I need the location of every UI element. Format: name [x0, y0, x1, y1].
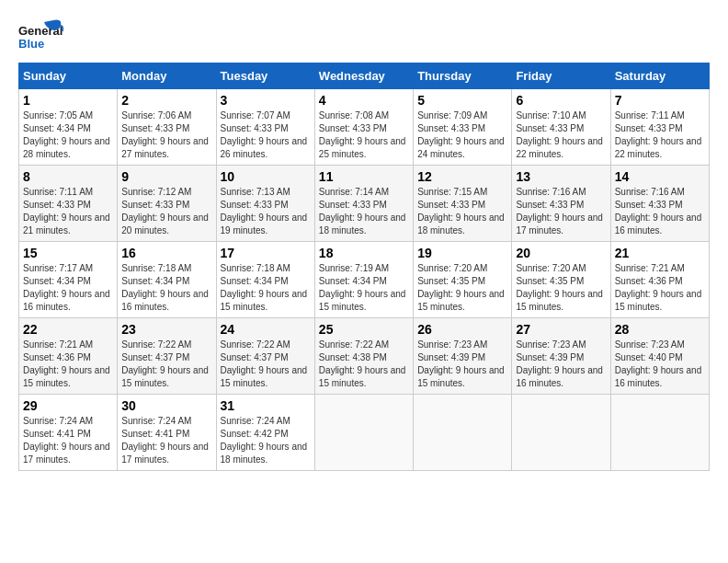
col-wednesday: Wednesday: [314, 63, 413, 89]
calendar-cell: 13 Sunrise: 7:16 AMSunset: 4:33 PMDaylig…: [512, 166, 610, 242]
calendar-cell: 4 Sunrise: 7:08 AMSunset: 4:33 PMDayligh…: [314, 89, 413, 166]
day-number: 8: [23, 169, 113, 184]
day-number: 17: [221, 246, 311, 260]
day-number: 25: [319, 322, 409, 337]
col-tuesday: Tuesday: [216, 63, 314, 89]
day-info: Sunrise: 7:09 AMSunset: 4:33 PMDaylight:…: [417, 109, 507, 161]
day-number: 4: [319, 93, 409, 108]
col-saturday: Saturday: [610, 63, 709, 89]
day-info: Sunrise: 7:23 AMSunset: 4:39 PMDaylight:…: [516, 339, 606, 390]
day-number: 2: [121, 93, 211, 108]
day-number: 26: [417, 322, 507, 337]
day-number: 24: [221, 322, 311, 337]
calendar-cell: [512, 395, 610, 471]
day-number: 10: [221, 169, 311, 184]
page-header: General Blue: [18, 18, 710, 53]
calendar-cell: 23 Sunrise: 7:22 AMSunset: 4:37 PMDaylig…: [118, 318, 216, 395]
day-info: Sunrise: 7:11 AMSunset: 4:33 PMDaylight:…: [615, 109, 705, 161]
day-info: Sunrise: 7:24 AMSunset: 4:41 PMDaylight:…: [121, 415, 211, 466]
calendar-cell: 24 Sunrise: 7:22 AMSunset: 4:37 PMDaylig…: [216, 318, 314, 395]
calendar-row-1: 1 Sunrise: 7:05 AMSunset: 4:34 PMDayligh…: [19, 89, 710, 166]
calendar-cell: [610, 395, 709, 471]
day-info: Sunrise: 7:23 AMSunset: 4:40 PMDaylight:…: [615, 339, 705, 390]
calendar-cell: 9 Sunrise: 7:12 AMSunset: 4:33 PMDayligh…: [118, 166, 216, 242]
day-info: Sunrise: 7:11 AMSunset: 4:33 PMDaylight:…: [23, 186, 113, 237]
calendar-cell: 14 Sunrise: 7:16 AMSunset: 4:33 PMDaylig…: [610, 166, 709, 242]
day-info: Sunrise: 7:22 AMSunset: 4:38 PMDaylight:…: [319, 339, 409, 390]
day-number: 20: [516, 246, 606, 260]
day-number: 9: [121, 169, 211, 184]
day-number: 15: [23, 246, 113, 260]
calendar-table: Sunday Monday Tuesday Wednesday Thursday…: [18, 63, 710, 471]
col-sunday: Sunday: [19, 63, 118, 89]
day-info: Sunrise: 7:15 AMSunset: 4:33 PMDaylight:…: [417, 186, 507, 237]
day-info: Sunrise: 7:08 AMSunset: 4:33 PMDaylight:…: [319, 109, 409, 161]
calendar-cell: 11 Sunrise: 7:14 AMSunset: 4:33 PMDaylig…: [314, 166, 413, 242]
day-info: Sunrise: 7:13 AMSunset: 4:33 PMDaylight:…: [221, 186, 311, 237]
calendar-cell: 20 Sunrise: 7:20 AMSunset: 4:35 PMDaylig…: [512, 242, 610, 318]
calendar-cell: [414, 395, 512, 471]
calendar-cell: 2 Sunrise: 7:06 AMSunset: 4:33 PMDayligh…: [118, 89, 216, 166]
day-info: Sunrise: 7:12 AMSunset: 4:33 PMDaylight:…: [121, 186, 211, 237]
day-number: 22: [23, 322, 113, 337]
day-info: Sunrise: 7:18 AMSunset: 4:34 PMDaylight:…: [221, 262, 311, 314]
day-number: 28: [615, 322, 705, 337]
calendar-row-2: 8 Sunrise: 7:11 AMSunset: 4:33 PMDayligh…: [19, 166, 710, 242]
day-info: Sunrise: 7:16 AMSunset: 4:33 PMDaylight:…: [516, 186, 606, 237]
calendar-cell: 18 Sunrise: 7:19 AMSunset: 4:34 PMDaylig…: [314, 242, 413, 318]
day-number: 30: [121, 398, 211, 413]
day-info: Sunrise: 7:10 AMSunset: 4:33 PMDaylight:…: [516, 109, 606, 161]
day-number: 31: [221, 398, 311, 413]
day-info: Sunrise: 7:14 AMSunset: 4:33 PMDaylight:…: [319, 186, 409, 237]
calendar-cell: [314, 395, 413, 471]
day-info: Sunrise: 7:05 AMSunset: 4:34 PMDaylight:…: [23, 109, 113, 161]
day-info: Sunrise: 7:20 AMSunset: 4:35 PMDaylight:…: [417, 262, 507, 314]
header-row: Sunday Monday Tuesday Wednesday Thursday…: [19, 63, 710, 89]
calendar-cell: 12 Sunrise: 7:15 AMSunset: 4:33 PMDaylig…: [414, 166, 512, 242]
calendar-row-3: 15 Sunrise: 7:17 AMSunset: 4:34 PMDaylig…: [19, 242, 710, 318]
day-info: Sunrise: 7:24 AMSunset: 4:41 PMDaylight:…: [23, 415, 113, 466]
day-number: 11: [319, 169, 409, 184]
calendar-cell: 27 Sunrise: 7:23 AMSunset: 4:39 PMDaylig…: [512, 318, 610, 395]
calendar-cell: 6 Sunrise: 7:10 AMSunset: 4:33 PMDayligh…: [512, 89, 610, 166]
calendar-cell: 5 Sunrise: 7:09 AMSunset: 4:33 PMDayligh…: [414, 89, 512, 166]
logo: General Blue: [18, 18, 64, 53]
day-info: Sunrise: 7:19 AMSunset: 4:34 PMDaylight:…: [319, 262, 409, 314]
calendar-cell: 8 Sunrise: 7:11 AMSunset: 4:33 PMDayligh…: [19, 166, 118, 242]
calendar-cell: 21 Sunrise: 7:21 AMSunset: 4:36 PMDaylig…: [610, 242, 709, 318]
day-info: Sunrise: 7:21 AMSunset: 4:36 PMDaylight:…: [23, 339, 113, 390]
day-number: 21: [615, 246, 705, 260]
day-number: 12: [417, 169, 507, 184]
day-info: Sunrise: 7:07 AMSunset: 4:33 PMDaylight:…: [221, 109, 311, 161]
calendar-cell: 29 Sunrise: 7:24 AMSunset: 4:41 PMDaylig…: [19, 395, 118, 471]
day-info: Sunrise: 7:18 AMSunset: 4:34 PMDaylight:…: [121, 262, 211, 314]
day-info: Sunrise: 7:24 AMSunset: 4:42 PMDaylight:…: [221, 415, 311, 466]
day-info: Sunrise: 7:23 AMSunset: 4:39 PMDaylight:…: [417, 339, 507, 390]
calendar-cell: 7 Sunrise: 7:11 AMSunset: 4:33 PMDayligh…: [610, 89, 709, 166]
day-number: 13: [516, 169, 606, 184]
col-friday: Friday: [512, 63, 610, 89]
day-info: Sunrise: 7:17 AMSunset: 4:34 PMDaylight:…: [23, 262, 113, 314]
calendar-cell: 22 Sunrise: 7:21 AMSunset: 4:36 PMDaylig…: [19, 318, 118, 395]
calendar-cell: 31 Sunrise: 7:24 AMSunset: 4:42 PMDaylig…: [216, 395, 314, 471]
calendar-cell: 10 Sunrise: 7:13 AMSunset: 4:33 PMDaylig…: [216, 166, 314, 242]
day-info: Sunrise: 7:20 AMSunset: 4:35 PMDaylight:…: [516, 262, 606, 314]
day-info: Sunrise: 7:22 AMSunset: 4:37 PMDaylight:…: [221, 339, 311, 390]
svg-text:Blue: Blue: [18, 37, 44, 51]
day-number: 6: [516, 93, 606, 108]
day-number: 29: [23, 398, 113, 413]
day-number: 23: [121, 322, 211, 337]
calendar-cell: 28 Sunrise: 7:23 AMSunset: 4:40 PMDaylig…: [610, 318, 709, 395]
day-number: 7: [615, 93, 705, 108]
day-info: Sunrise: 7:06 AMSunset: 4:33 PMDaylight:…: [121, 109, 211, 161]
day-number: 14: [615, 169, 705, 184]
calendar-cell: 30 Sunrise: 7:24 AMSunset: 4:41 PMDaylig…: [118, 395, 216, 471]
col-monday: Monday: [118, 63, 216, 89]
calendar-cell: 25 Sunrise: 7:22 AMSunset: 4:38 PMDaylig…: [314, 318, 413, 395]
day-number: 16: [121, 246, 211, 260]
calendar-cell: 15 Sunrise: 7:17 AMSunset: 4:34 PMDaylig…: [19, 242, 118, 318]
calendar-cell: 26 Sunrise: 7:23 AMSunset: 4:39 PMDaylig…: [414, 318, 512, 395]
day-number: 19: [417, 246, 507, 260]
day-number: 3: [221, 93, 311, 108]
calendar-cell: 16 Sunrise: 7:18 AMSunset: 4:34 PMDaylig…: [118, 242, 216, 318]
